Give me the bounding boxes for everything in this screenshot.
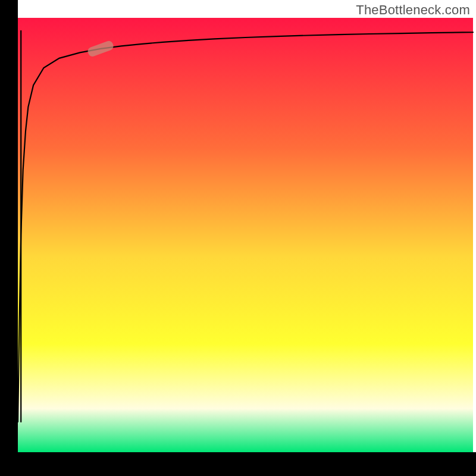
watermark-text: TheBottleneck.com <box>356 2 470 18</box>
chart-svg <box>0 0 476 476</box>
x-axis-bar <box>0 452 476 476</box>
chart-root: TheBottleneck.com <box>0 0 476 476</box>
plot-background <box>18 18 473 452</box>
y-axis-bar <box>0 0 18 476</box>
